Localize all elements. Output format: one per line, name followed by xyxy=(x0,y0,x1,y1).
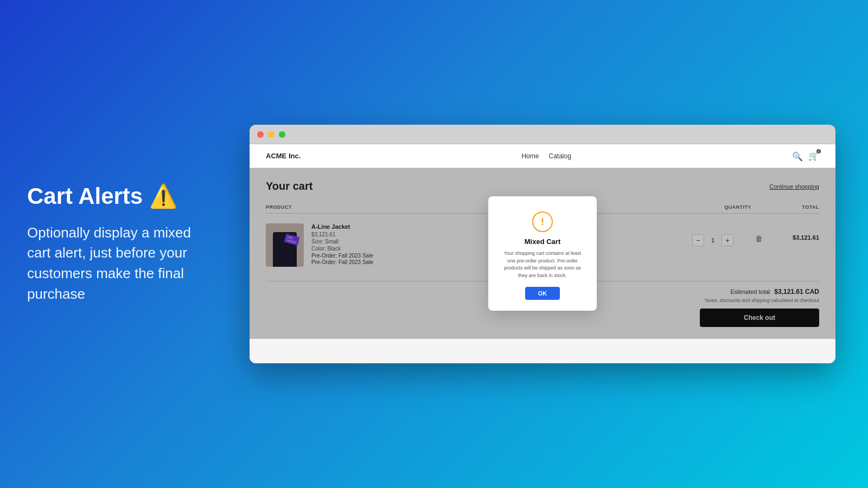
store-brand: ACME Inc. xyxy=(266,152,301,160)
browser-window: ACME Inc. Home Catalog 🔍 🛒 1 Your cart C… xyxy=(250,125,835,363)
headline: Cart Alerts ⚠️ xyxy=(27,183,212,209)
cart-icon-wrapper[interactable]: 🛒 1 xyxy=(808,151,819,161)
cart-badge-count: 1 xyxy=(816,149,821,153)
modal-ok-button[interactable]: OK xyxy=(525,287,560,300)
cart-page: Your cart Continue shopping Product Quan… xyxy=(250,168,835,339)
nav-icons: 🔍 🛒 1 xyxy=(792,151,819,161)
modal-warning-icon: ! xyxy=(532,211,553,232)
warning-emoji: ⚠️ xyxy=(149,183,177,209)
nav-link-catalog[interactable]: Catalog xyxy=(548,152,571,160)
browser-dot-maximize[interactable] xyxy=(279,131,285,138)
nav-links: Home Catalog xyxy=(521,152,571,160)
search-icon[interactable]: 🔍 xyxy=(792,151,802,161)
modal-title: Mixed Cart xyxy=(503,237,582,246)
store-nav: ACME Inc. Home Catalog 🔍 🛒 1 xyxy=(250,144,835,168)
browser-dot-close[interactable] xyxy=(257,131,264,138)
modal-overlay: ! Mixed Cart Your shopping cart contains… xyxy=(250,168,835,339)
left-panel: Cart Alerts ⚠️ Optionally display a mixe… xyxy=(0,151,239,337)
mixed-cart-modal: ! Mixed Cart Your shopping cart contains… xyxy=(488,196,597,311)
store-content: ACME Inc. Home Catalog 🔍 🛒 1 Your cart C… xyxy=(250,144,835,363)
nav-link-home[interactable]: Home xyxy=(521,152,539,160)
description-text: Optionally display a mixed cart alert, j… xyxy=(27,223,212,305)
browser-dot-minimize[interactable] xyxy=(268,131,275,138)
browser-chrome-bar xyxy=(250,125,835,144)
headline-text: Cart Alerts xyxy=(27,183,143,209)
modal-body: Your shopping cart contains at least one… xyxy=(503,250,582,279)
